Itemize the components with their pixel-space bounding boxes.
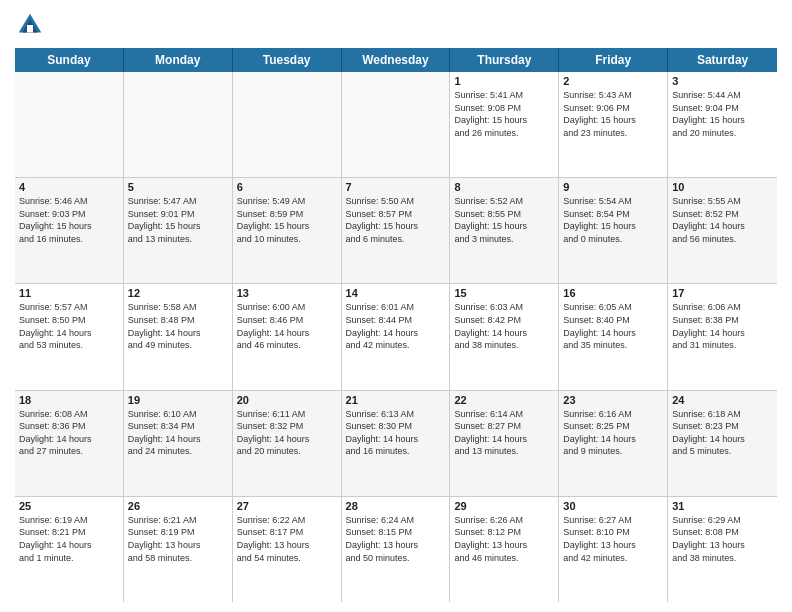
calendar-cell: 3Sunrise: 5:44 AM Sunset: 9:04 PM Daylig… (668, 72, 777, 177)
day-number: 6 (237, 181, 337, 193)
day-number: 29 (454, 500, 554, 512)
day-info: Sunrise: 5:52 AM Sunset: 8:55 PM Dayligh… (454, 195, 554, 245)
day-number: 12 (128, 287, 228, 299)
day-info: Sunrise: 6:00 AM Sunset: 8:46 PM Dayligh… (237, 301, 337, 351)
day-number: 24 (672, 394, 773, 406)
day-number: 11 (19, 287, 119, 299)
day-info: Sunrise: 6:27 AM Sunset: 8:10 PM Dayligh… (563, 514, 663, 564)
calendar-body: 1Sunrise: 5:41 AM Sunset: 9:08 PM Daylig… (15, 72, 777, 602)
calendar-row-4: 18Sunrise: 6:08 AM Sunset: 8:36 PM Dayli… (15, 391, 777, 497)
header (15, 10, 777, 40)
day-info: Sunrise: 5:46 AM Sunset: 9:03 PM Dayligh… (19, 195, 119, 245)
day-info: Sunrise: 6:05 AM Sunset: 8:40 PM Dayligh… (563, 301, 663, 351)
day-number: 26 (128, 500, 228, 512)
logo-icon (15, 10, 45, 40)
day-number: 22 (454, 394, 554, 406)
calendar-cell: 20Sunrise: 6:11 AM Sunset: 8:32 PM Dayli… (233, 391, 342, 496)
calendar-cell: 4Sunrise: 5:46 AM Sunset: 9:03 PM Daylig… (15, 178, 124, 283)
day-number: 31 (672, 500, 773, 512)
day-number: 1 (454, 75, 554, 87)
day-number: 27 (237, 500, 337, 512)
calendar-cell: 21Sunrise: 6:13 AM Sunset: 8:30 PM Dayli… (342, 391, 451, 496)
calendar-row-3: 11Sunrise: 5:57 AM Sunset: 8:50 PM Dayli… (15, 284, 777, 390)
calendar-row-5: 25Sunrise: 6:19 AM Sunset: 8:21 PM Dayli… (15, 497, 777, 602)
calendar-cell (124, 72, 233, 177)
calendar-cell: 31Sunrise: 6:29 AM Sunset: 8:08 PM Dayli… (668, 497, 777, 602)
calendar-cell (15, 72, 124, 177)
header-day-sunday: Sunday (15, 48, 124, 72)
header-day-tuesday: Tuesday (233, 48, 342, 72)
calendar-cell: 13Sunrise: 6:00 AM Sunset: 8:46 PM Dayli… (233, 284, 342, 389)
calendar-cell: 8Sunrise: 5:52 AM Sunset: 8:55 PM Daylig… (450, 178, 559, 283)
calendar-cell: 17Sunrise: 6:06 AM Sunset: 8:38 PM Dayli… (668, 284, 777, 389)
header-day-thursday: Thursday (450, 48, 559, 72)
calendar-cell: 25Sunrise: 6:19 AM Sunset: 8:21 PM Dayli… (15, 497, 124, 602)
day-number: 3 (672, 75, 773, 87)
day-info: Sunrise: 5:54 AM Sunset: 8:54 PM Dayligh… (563, 195, 663, 245)
day-number: 4 (19, 181, 119, 193)
calendar: SundayMondayTuesdayWednesdayThursdayFrid… (15, 48, 777, 602)
day-info: Sunrise: 5:50 AM Sunset: 8:57 PM Dayligh… (346, 195, 446, 245)
calendar-row-2: 4Sunrise: 5:46 AM Sunset: 9:03 PM Daylig… (15, 178, 777, 284)
day-info: Sunrise: 6:10 AM Sunset: 8:34 PM Dayligh… (128, 408, 228, 458)
day-info: Sunrise: 5:58 AM Sunset: 8:48 PM Dayligh… (128, 301, 228, 351)
day-number: 21 (346, 394, 446, 406)
day-number: 28 (346, 500, 446, 512)
calendar-cell: 19Sunrise: 6:10 AM Sunset: 8:34 PM Dayli… (124, 391, 233, 496)
calendar-cell: 10Sunrise: 5:55 AM Sunset: 8:52 PM Dayli… (668, 178, 777, 283)
calendar-cell: 14Sunrise: 6:01 AM Sunset: 8:44 PM Dayli… (342, 284, 451, 389)
day-number: 5 (128, 181, 228, 193)
day-info: Sunrise: 6:03 AM Sunset: 8:42 PM Dayligh… (454, 301, 554, 351)
day-info: Sunrise: 6:01 AM Sunset: 8:44 PM Dayligh… (346, 301, 446, 351)
day-number: 15 (454, 287, 554, 299)
calendar-cell: 30Sunrise: 6:27 AM Sunset: 8:10 PM Dayli… (559, 497, 668, 602)
day-info: Sunrise: 6:18 AM Sunset: 8:23 PM Dayligh… (672, 408, 773, 458)
day-number: 19 (128, 394, 228, 406)
calendar-header: SundayMondayTuesdayWednesdayThursdayFrid… (15, 48, 777, 72)
header-day-saturday: Saturday (668, 48, 777, 72)
day-number: 7 (346, 181, 446, 193)
day-number: 10 (672, 181, 773, 193)
day-number: 23 (563, 394, 663, 406)
calendar-cell: 15Sunrise: 6:03 AM Sunset: 8:42 PM Dayli… (450, 284, 559, 389)
day-info: Sunrise: 5:47 AM Sunset: 9:01 PM Dayligh… (128, 195, 228, 245)
day-info: Sunrise: 6:19 AM Sunset: 8:21 PM Dayligh… (19, 514, 119, 564)
day-info: Sunrise: 6:24 AM Sunset: 8:15 PM Dayligh… (346, 514, 446, 564)
calendar-cell: 2Sunrise: 5:43 AM Sunset: 9:06 PM Daylig… (559, 72, 668, 177)
day-number: 18 (19, 394, 119, 406)
calendar-cell: 29Sunrise: 6:26 AM Sunset: 8:12 PM Dayli… (450, 497, 559, 602)
day-info: Sunrise: 6:06 AM Sunset: 8:38 PM Dayligh… (672, 301, 773, 351)
day-info: Sunrise: 6:22 AM Sunset: 8:17 PM Dayligh… (237, 514, 337, 564)
header-day-wednesday: Wednesday (342, 48, 451, 72)
day-number: 16 (563, 287, 663, 299)
day-info: Sunrise: 6:08 AM Sunset: 8:36 PM Dayligh… (19, 408, 119, 458)
day-number: 14 (346, 287, 446, 299)
day-number: 8 (454, 181, 554, 193)
calendar-cell: 6Sunrise: 5:49 AM Sunset: 8:59 PM Daylig… (233, 178, 342, 283)
day-number: 9 (563, 181, 663, 193)
header-day-monday: Monday (124, 48, 233, 72)
calendar-cell: 26Sunrise: 6:21 AM Sunset: 8:19 PM Dayli… (124, 497, 233, 602)
day-number: 2 (563, 75, 663, 87)
day-info: Sunrise: 5:49 AM Sunset: 8:59 PM Dayligh… (237, 195, 337, 245)
day-info: Sunrise: 6:11 AM Sunset: 8:32 PM Dayligh… (237, 408, 337, 458)
day-number: 17 (672, 287, 773, 299)
calendar-cell: 1Sunrise: 5:41 AM Sunset: 9:08 PM Daylig… (450, 72, 559, 177)
day-number: 13 (237, 287, 337, 299)
page: SundayMondayTuesdayWednesdayThursdayFrid… (0, 0, 792, 612)
day-info: Sunrise: 6:13 AM Sunset: 8:30 PM Dayligh… (346, 408, 446, 458)
day-info: Sunrise: 5:57 AM Sunset: 8:50 PM Dayligh… (19, 301, 119, 351)
calendar-cell: 23Sunrise: 6:16 AM Sunset: 8:25 PM Dayli… (559, 391, 668, 496)
day-info: Sunrise: 6:14 AM Sunset: 8:27 PM Dayligh… (454, 408, 554, 458)
calendar-cell: 28Sunrise: 6:24 AM Sunset: 8:15 PM Dayli… (342, 497, 451, 602)
svg-rect-2 (27, 25, 33, 33)
logo (15, 10, 49, 40)
calendar-cell: 7Sunrise: 5:50 AM Sunset: 8:57 PM Daylig… (342, 178, 451, 283)
calendar-cell: 5Sunrise: 5:47 AM Sunset: 9:01 PM Daylig… (124, 178, 233, 283)
day-number: 30 (563, 500, 663, 512)
calendar-cell: 24Sunrise: 6:18 AM Sunset: 8:23 PM Dayli… (668, 391, 777, 496)
calendar-cell (233, 72, 342, 177)
calendar-cell: 18Sunrise: 6:08 AM Sunset: 8:36 PM Dayli… (15, 391, 124, 496)
calendar-cell: 12Sunrise: 5:58 AM Sunset: 8:48 PM Dayli… (124, 284, 233, 389)
day-info: Sunrise: 5:44 AM Sunset: 9:04 PM Dayligh… (672, 89, 773, 139)
